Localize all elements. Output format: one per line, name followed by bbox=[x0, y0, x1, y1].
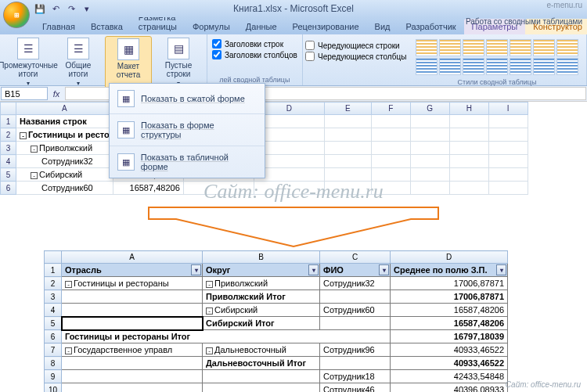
row-header[interactable]: 3 bbox=[45, 290, 62, 304]
pivot-header-cell[interactable]: Отрасль▾ bbox=[62, 264, 203, 277]
cell[interactable]: Гостиницы и рестораны Итог bbox=[62, 330, 391, 343]
row-header[interactable]: 7 bbox=[45, 343, 62, 357]
tab-developer[interactable]: Разработчик bbox=[398, 19, 463, 34]
row-header[interactable]: 6 bbox=[1, 182, 16, 195]
row-header[interactable]: 4 bbox=[45, 304, 62, 317]
cell[interactable] bbox=[371, 115, 410, 128]
cell[interactable] bbox=[488, 142, 528, 155]
tab-review[interactable]: Рецензирование bbox=[285, 19, 367, 34]
cell[interactable]: Сотрудник60 bbox=[16, 182, 113, 195]
style-swatch[interactable] bbox=[439, 39, 461, 56]
cell[interactable] bbox=[488, 155, 528, 168]
style-swatch[interactable] bbox=[556, 58, 578, 75]
style-swatch[interactable] bbox=[416, 58, 438, 75]
fx-icon[interactable]: fx bbox=[49, 86, 64, 101]
cell[interactable]: Сотрудник32 bbox=[320, 277, 391, 290]
cell[interactable] bbox=[410, 168, 449, 182]
cell[interactable] bbox=[324, 115, 371, 128]
cell[interactable] bbox=[449, 128, 488, 142]
cell[interactable]: -Дальневосточный bbox=[203, 343, 320, 357]
cell[interactable]: -Сибирский bbox=[16, 168, 113, 182]
cell[interactable]: -Приволжский bbox=[203, 277, 320, 290]
cell[interactable] bbox=[203, 383, 320, 393]
cell[interactable]: 40396,08933 bbox=[391, 383, 508, 393]
outline-toggle-icon[interactable]: - bbox=[206, 347, 213, 354]
cell[interactable]: 16587,48206 bbox=[391, 317, 508, 330]
cell[interactable] bbox=[324, 142, 371, 155]
cell[interactable] bbox=[371, 168, 410, 182]
cell[interactable]: -Государственное управл bbox=[62, 343, 203, 357]
row-header[interactable]: 1 bbox=[1, 115, 16, 128]
cell[interactable] bbox=[488, 182, 528, 195]
check-banded-cols[interactable]: Чередующиеся столбцы bbox=[305, 52, 406, 61]
cell[interactable]: 42433,54848 bbox=[391, 370, 508, 383]
cell[interactable] bbox=[488, 128, 528, 142]
grandtotals-button[interactable]: ☰ Общие итоги▾ bbox=[55, 36, 102, 88]
cell[interactable] bbox=[449, 115, 488, 128]
cell[interactable] bbox=[488, 168, 528, 182]
blank-rows-button[interactable]: ▤ Пустые строки▾ bbox=[155, 36, 202, 88]
checkbox-banded-rows[interactable] bbox=[305, 41, 315, 50]
cell[interactable] bbox=[449, 155, 488, 168]
cell[interactable]: 16587,48206 bbox=[391, 304, 508, 317]
cell[interactable] bbox=[410, 142, 449, 155]
cell[interactable] bbox=[324, 182, 371, 195]
cell[interactable]: Сотрудник60 bbox=[320, 304, 391, 317]
check-col-headers[interactable]: Заголовки столбцов bbox=[212, 50, 297, 59]
outline-toggle-icon[interactable]: - bbox=[206, 281, 213, 288]
cell[interactable] bbox=[410, 155, 449, 168]
cell[interactable] bbox=[371, 182, 410, 195]
cell[interactable] bbox=[449, 142, 488, 155]
row-header[interactable]: 3 bbox=[1, 142, 16, 155]
checkbox-row-headers[interactable] bbox=[212, 39, 221, 49]
style-swatch[interactable] bbox=[463, 39, 484, 56]
column-header[interactable]: E bbox=[324, 102, 371, 115]
style-swatch[interactable] bbox=[463, 58, 484, 75]
style-swatch[interactable] bbox=[439, 58, 461, 75]
row-header[interactable]: 10 bbox=[45, 383, 62, 393]
cell[interactable]: 40933,46522 bbox=[391, 343, 508, 357]
menu-show-outline[interactable]: ▦Показать в форме структуры bbox=[110, 114, 265, 146]
cell[interactable] bbox=[410, 182, 449, 195]
tab-data[interactable]: Данные bbox=[238, 19, 285, 34]
pivot-header-cell[interactable]: ФИО▾ bbox=[320, 264, 391, 277]
pivot-header-cell[interactable]: Среднее по полю З.П.▾ bbox=[391, 264, 508, 277]
cell[interactable] bbox=[62, 304, 203, 317]
column-header[interactable]: G bbox=[410, 102, 449, 115]
cell[interactable] bbox=[410, 115, 449, 128]
filter-dropdown-icon[interactable]: ▾ bbox=[379, 264, 389, 275]
cell[interactable]: Сотрудник32 bbox=[16, 155, 113, 168]
cell[interactable] bbox=[183, 182, 254, 195]
filter-dropdown-icon[interactable]: ▾ bbox=[191, 264, 201, 275]
cell[interactable]: Сотрудник96 bbox=[320, 343, 391, 357]
check-banded-rows[interactable]: Чередующиеся строки bbox=[305, 41, 406, 50]
cell[interactable] bbox=[320, 290, 391, 304]
column-header[interactable]: A bbox=[16, 102, 113, 115]
office-button[interactable]: ⊞ bbox=[3, 2, 30, 28]
report-layout-button[interactable]: ▦ Макет отчета▾ bbox=[105, 36, 152, 90]
cell[interactable] bbox=[488, 115, 528, 128]
outline-toggle-icon[interactable]: - bbox=[65, 347, 72, 354]
style-swatch[interactable] bbox=[533, 39, 555, 56]
outline-toggle-icon[interactable]: - bbox=[31, 146, 38, 153]
outline-toggle-icon[interactable]: - bbox=[206, 307, 213, 315]
cell[interactable] bbox=[62, 290, 203, 304]
check-row-headers[interactable]: Заголовки строк bbox=[212, 39, 297, 49]
cell[interactable] bbox=[62, 357, 203, 370]
column-header[interactable]: B bbox=[203, 251, 320, 264]
cell[interactable]: Сотрудник46 bbox=[320, 383, 391, 393]
style-swatch[interactable] bbox=[510, 39, 531, 56]
style-swatch[interactable] bbox=[416, 39, 438, 56]
cell[interactable] bbox=[449, 182, 488, 195]
cell[interactable] bbox=[449, 168, 488, 182]
tab-insert[interactable]: Вставка bbox=[83, 19, 131, 34]
style-swatch[interactable] bbox=[510, 58, 531, 75]
row-header[interactable]: 2 bbox=[1, 128, 16, 142]
cell[interactable] bbox=[371, 155, 410, 168]
cell[interactable]: Приволжский Итог bbox=[203, 290, 320, 304]
cell[interactable]: 40933,46522 bbox=[391, 357, 508, 370]
filter-dropdown-icon[interactable]: ▾ bbox=[496, 264, 506, 275]
name-box[interactable]: B15 bbox=[1, 87, 48, 100]
cell[interactable]: -Приволжский bbox=[16, 142, 113, 155]
outline-toggle-icon[interactable]: - bbox=[65, 281, 72, 288]
